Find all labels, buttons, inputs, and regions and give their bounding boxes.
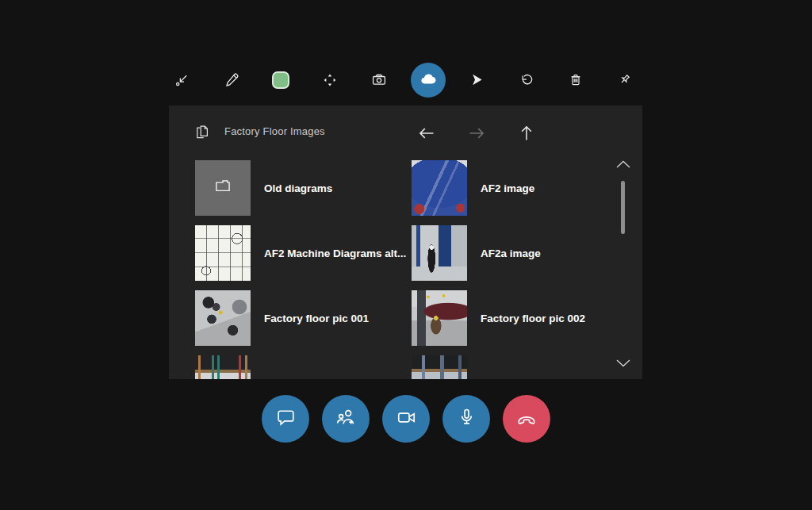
send-button[interactable] — [460, 63, 495, 98]
file-item-partial-left[interactable] — [195, 355, 412, 379]
image-thumbnail — [412, 160, 467, 216]
chevron-down-icon — [615, 358, 632, 371]
pencil-icon — [224, 72, 239, 88]
video-camera-icon — [396, 407, 417, 431]
file-label: Factory floor pic 001 — [264, 313, 369, 324]
arrow-right-icon — [466, 123, 487, 146]
chevron-up-icon — [615, 159, 632, 172]
call-screen: Factory Floor Images — [0, 0, 812, 510]
folder-title: Factory Floor Images — [224, 105, 325, 156]
undo-icon — [519, 72, 534, 88]
end-call-icon — [515, 407, 538, 431]
color-swatch-button[interactable] — [263, 63, 298, 98]
screenshot-button[interactable] — [362, 63, 396, 98]
chat-button[interactable] — [262, 395, 309, 443]
microphone-button[interactable] — [442, 395, 490, 443]
move-icon — [322, 72, 338, 88]
arrow-left-icon — [416, 123, 437, 146]
green-color-swatch-icon — [272, 71, 289, 89]
move-button[interactable] — [312, 63, 347, 98]
image-thumbnail — [195, 225, 251, 281]
image-thumbnail — [195, 355, 251, 379]
file-item-af2a-image[interactable]: AF2a image — [412, 225, 628, 281]
file-label: AF2a image — [481, 247, 541, 259]
image-thumbnail — [412, 225, 467, 281]
image-thumbnail — [412, 355, 467, 379]
scroll-up-button[interactable] — [613, 156, 634, 174]
annotation-toolbar — [165, 63, 642, 98]
delete-button[interactable] — [558, 63, 593, 98]
scroll-down-button[interactable] — [613, 355, 634, 373]
file-item-partial-right[interactable] — [412, 355, 628, 379]
microphone-icon — [456, 407, 477, 431]
collapse-button[interactable] — [165, 63, 200, 98]
file-label: AF2 Machine Diagrams alt... — [264, 247, 406, 259]
nav-back-button[interactable] — [414, 121, 439, 147]
image-thumbnail — [195, 290, 251, 346]
image-thumbnail — [412, 290, 467, 346]
file-grid: Old diagrams AF2 image AF2 Machine Diagr… — [195, 160, 628, 379]
end-call-button[interactable] — [503, 395, 550, 443]
chat-bubble-icon — [275, 407, 297, 431]
video-button[interactable] — [382, 395, 430, 443]
nav-up-button[interactable] — [514, 121, 539, 147]
folder-thumbnail — [195, 160, 251, 216]
onedrive-files-button[interactable] — [411, 63, 446, 98]
file-item-factory-floor-002[interactable]: Factory floor pic 002 — [412, 290, 628, 346]
collapse-icon — [174, 72, 190, 88]
camera-icon — [371, 72, 387, 88]
documents-folder-icon — [193, 124, 211, 144]
undo-button[interactable] — [509, 63, 544, 98]
scrollbar-thumb[interactable] — [621, 181, 625, 234]
onedrive-cloud-icon — [419, 71, 437, 89]
file-label: AF2 image — [481, 182, 534, 194]
file-item-old-diagrams[interactable]: Old diagrams — [195, 160, 412, 216]
file-item-af2-image[interactable]: AF2 image — [412, 160, 628, 216]
send-icon — [469, 72, 485, 88]
pencil-button[interactable] — [214, 63, 249, 98]
file-label: Factory floor pic 002 — [481, 313, 585, 324]
pin-button[interactable] — [607, 63, 642, 98]
file-item-af2-machine-diagrams[interactable]: AF2 Machine Diagrams alt... — [195, 225, 412, 281]
trash-icon — [568, 72, 584, 88]
nav-forward-button[interactable] — [464, 121, 489, 147]
folder-icon — [213, 176, 233, 200]
pin-icon — [617, 72, 633, 88]
file-browser-panel: Factory Floor Images — [169, 105, 642, 379]
add-participant-button[interactable] — [322, 395, 370, 443]
arrow-up-icon — [516, 123, 537, 146]
file-label: Old diagrams — [264, 182, 332, 194]
call-controls — [0, 395, 812, 443]
file-item-factory-floor-001[interactable]: Factory floor pic 001 — [195, 290, 412, 346]
add-person-icon — [335, 407, 357, 431]
